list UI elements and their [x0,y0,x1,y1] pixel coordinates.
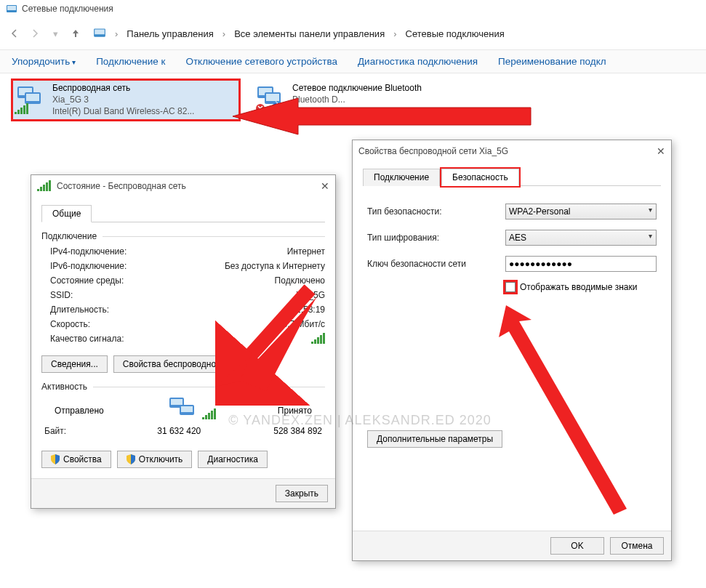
explorer-title-bar: Сетевые подключения [0,0,706,17]
breadcrumb-item[interactable]: Сетевые подключения [403,27,508,41]
duration-value: 01:53:19 [291,305,325,315]
media-state-label: Состояние среды: [50,275,124,286]
explorer-toolbar: Упорядочить Подключение к Отключение сет… [0,49,706,73]
network-key-field[interactable] [505,256,657,272]
activity-icon [165,395,216,426]
tab-general[interactable]: Общие [41,205,92,222]
tab-security[interactable]: Безопасность [441,169,519,186]
ssid-value: Xia_5G [296,290,325,300]
sent-label: Отправлено [55,406,104,416]
close-icon[interactable]: ✕ [643,145,665,157]
adapter-device: Intel(R) Dual Band Wireless-AC 82... [52,105,194,117]
svg-rect-1 [7,6,16,10]
network-key-label: Ключ безопасности сети [367,259,498,269]
window-title: Сетевые подключения [22,4,113,14]
toolbar-connect-to[interactable]: Подключение к [96,56,165,67]
bytes-recv-value: 528 384 892 [273,426,322,436]
recv-label: Принято [278,406,312,416]
advanced-settings-button[interactable]: Дополнительные параметры [367,430,502,448]
adapter-wifi[interactable]: Беспроводная сеть Xia_5G 3 Intel(R) Dual… [13,81,238,119]
tabs: Общие [41,204,325,222]
disable-button[interactable]: Отключить [117,451,193,468]
dialog-title: Свойства беспроводной сети Xia_5G [358,146,508,156]
details-button[interactable]: Сведения... [41,355,108,373]
network-adapter-icon [15,82,47,114]
show-characters-row[interactable]: Отображать вводимые знаки [505,282,657,292]
bytes-sent-value: 31 632 420 [157,426,201,436]
security-type-label: Тип безопасности: [367,206,498,217]
control-panel-icon [6,3,17,15]
shield-icon [127,454,135,464]
svg-rect-11 [266,94,279,101]
encryption-type-select[interactable]: AES [505,230,657,246]
ipv6-value: Без доступа к Интернету [225,261,325,271]
svg-rect-7 [26,94,39,101]
group-activity-label: Активность [41,382,87,392]
chevron-right-icon[interactable]: › [393,28,396,39]
bytes-label: Байт: [44,426,66,436]
speed-value: 86.7 Мбит/с [278,319,325,329]
tabs: Подключение Безопасность [363,168,661,186]
duration-label: Длительность: [50,305,109,315]
adapter-name: Сетевое подключение Bluetooth [292,82,422,94]
nav-up-icon[interactable] [67,25,84,42]
cancel-button[interactable]: Отмена [610,537,664,555]
encryption-type-label: Тип шифрования: [367,233,498,243]
network-adapter-icon [254,82,286,114]
chevron-right-icon[interactable]: › [222,28,225,39]
adapter-status: Xia_5G 3 [52,94,194,105]
breadcrumb-item[interactable]: Все элементы панели управления [231,27,388,41]
svg-point-13 [271,103,281,113]
toolbar-rename[interactable]: Переименование подкл [498,56,606,67]
ipv6-label: IPv6-подключение: [50,261,127,271]
chevron-right-icon[interactable]: › [115,28,118,39]
wifi-status-dialog: Состояние - Беспроводная сеть ✕ Общие По… [31,174,336,509]
ok-button[interactable]: OK [550,537,604,555]
adapter-device: Bluetooth D... [292,94,422,105]
media-state-value: Подключено [275,275,325,286]
ipv4-value: Интернет [287,246,325,257]
diagnose-button[interactable]: Диагностика [198,451,268,468]
ipv4-label: IPv4-подключение: [50,246,127,257]
tab-connection[interactable]: Подключение [363,169,440,186]
group-connection-label: Подключение [41,231,97,241]
signal-icon [37,181,51,191]
properties-button[interactable]: Свойства [41,451,111,468]
show-characters-label: Отображать вводимые знаки [520,282,637,292]
close-icon[interactable]: ✕ [308,180,329,192]
show-characters-checkbox[interactable] [505,282,516,292]
toolbar-organize[interactable]: Упорядочить [12,56,76,67]
adapter-bluetooth[interactable]: Сетевое подключение Bluetooth Bluetooth … [253,81,478,119]
control-panel-icon [93,26,106,41]
signal-icon [15,104,28,114]
svg-rect-18 [181,406,193,412]
nav-forward-icon[interactable] [26,25,44,42]
nav-back-icon[interactable] [6,25,23,42]
svg-rect-16 [171,399,182,405]
signal-quality-icon [311,334,325,344]
signal-quality-label: Качество сигнала: [50,334,124,346]
wireless-properties-dialog: Свойства беспроводной сети Xia_5G ✕ Подк… [352,140,672,561]
security-type-select[interactable]: WPA2-Personal [505,204,657,220]
dialog-title: Состояние - Беспроводная сеть [57,181,186,191]
nav-recent-dropdown[interactable]: ▾ [47,25,64,42]
toolbar-diagnose[interactable]: Диагностика подключения [358,56,478,67]
shield-icon [51,454,60,464]
toolbar-disable-device[interactable]: Отключение сетевого устройства [185,56,337,67]
adapter-list: Беспроводная сеть Xia_5G 3 Intel(R) Dual… [0,73,706,126]
ssid-label: SSID: [50,290,73,300]
wireless-properties-button[interactable]: Свойства беспроводной сети [113,355,251,373]
svg-rect-3 [95,29,105,34]
breadcrumb-item[interactable]: Панель управления [124,27,216,41]
speed-label: Скорость: [50,319,90,329]
adapter-name: Беспроводная сеть [52,82,194,94]
close-button[interactable]: Закрыть [276,485,328,502]
breadcrumb: ▾ › Панель управления › Все элементы пан… [0,17,706,49]
